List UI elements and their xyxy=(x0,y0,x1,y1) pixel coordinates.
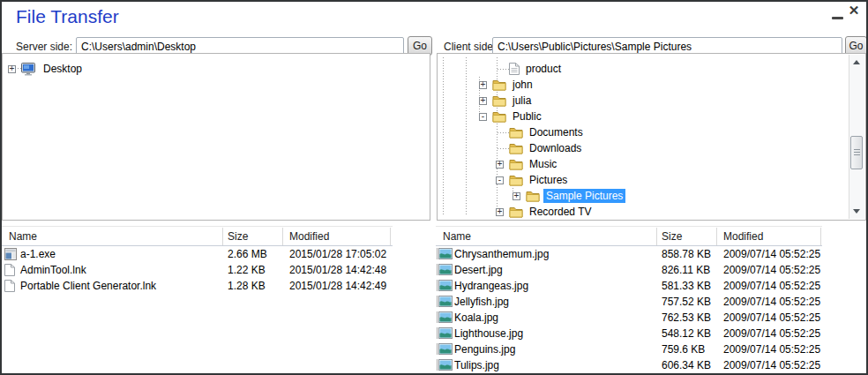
server-list-header: Name Size Modified xyxy=(2,226,393,246)
column-separator xyxy=(222,228,223,245)
file-row[interactable]: Lighthouse.jpg 548.12 KB 2009/07/14 05:5… xyxy=(436,326,866,341)
image-icon xyxy=(438,343,453,355)
file-name: Lighthouse.jpg xyxy=(454,327,523,340)
expander-icon[interactable]: + xyxy=(513,192,520,200)
tree-node-label[interactable]: product xyxy=(523,62,564,76)
expander-icon[interactable]: - xyxy=(496,176,504,184)
tree-node-music[interactable]: + Music xyxy=(438,156,865,172)
column-header-name[interactable]: Name xyxy=(9,230,37,243)
arrow-up-icon xyxy=(853,60,860,64)
file-row[interactable]: Chrysanthemum.jpg 858.78 KB 2009/07/14 0… xyxy=(436,246,866,262)
file-size: 2.66 MB xyxy=(228,248,267,260)
file-size: 858.78 KB xyxy=(662,248,711,260)
scrollbar-thumb[interactable] xyxy=(850,136,863,169)
tree-node-label[interactable]: john xyxy=(510,78,535,92)
column-header-modified[interactable]: Modified xyxy=(289,230,329,243)
file-modified: 2009/07/14 05:52:25 xyxy=(723,343,820,356)
close-button[interactable]: ✕ xyxy=(845,2,863,19)
expander-icon[interactable]: + xyxy=(479,81,487,89)
file-modified: 2009/07/14 05:52:25 xyxy=(723,280,820,292)
server-side-label: Server side: xyxy=(16,41,72,53)
file-size: 826.11 KB xyxy=(662,264,710,276)
tree-node-desktop[interactable]: + Desktop xyxy=(3,61,430,77)
tree-node-documents[interactable]: Documents xyxy=(438,124,865,140)
expander-icon[interactable]: + xyxy=(496,161,504,169)
tree-node-label[interactable]: Music xyxy=(527,157,559,171)
column-header-modified[interactable]: Modified xyxy=(723,230,763,243)
scroll-up-button[interactable] xyxy=(849,55,864,70)
column-separator xyxy=(282,228,283,245)
file-size: 762.53 KB xyxy=(662,311,711,324)
tree-node-sample-pictures[interactable]: + Sample Pictures xyxy=(438,188,865,204)
image-icon xyxy=(438,280,453,291)
file-row[interactable]: AdminTool.lnk 1.22 KB 2015/01/28 14:42:4… xyxy=(2,262,434,278)
column-header-name[interactable]: Name xyxy=(443,230,471,243)
file-row[interactable]: a-1.exe 2.66 MB 2015/01/28 17:05:02 xyxy=(2,246,434,262)
file-name: Desert.jpg xyxy=(454,264,503,276)
file-row[interactable]: Desert.jpg 826.11 KB 2009/07/14 05:52:25 xyxy=(436,262,866,278)
file-modified: 2015/01/28 17:05:02 xyxy=(289,248,386,260)
file-size: 548.12 KB xyxy=(662,327,711,340)
folder-icon xyxy=(526,191,540,202)
tree-node-public[interactable]: - Public xyxy=(438,109,865,124)
folder-icon xyxy=(509,143,523,154)
file-row[interactable]: Portable Client Generator.lnk 1.28 KB 20… xyxy=(2,278,434,294)
tree-node-label[interactable]: julia xyxy=(510,94,534,108)
column-separator xyxy=(716,228,717,245)
tree-node-label[interactable]: Recorded TV xyxy=(527,205,594,219)
expander-icon[interactable]: + xyxy=(496,208,504,216)
column-header-size[interactable]: Size xyxy=(662,230,682,243)
tree-node-label-selected[interactable]: Sample Pictures xyxy=(543,189,625,203)
image-icon xyxy=(438,359,453,371)
expander-icon[interactable]: + xyxy=(479,97,487,105)
folder-icon xyxy=(492,79,506,91)
file-modified: 2009/07/14 05:52:25 xyxy=(723,264,820,276)
scroll-down-button[interactable] xyxy=(849,204,864,219)
file-modified: 2015/01/28 14:42:48 xyxy=(289,264,386,276)
tree-node-julia[interactable]: + julia xyxy=(438,93,865,109)
document-icon xyxy=(509,63,520,75)
folder-icon xyxy=(509,206,523,218)
image-icon xyxy=(438,311,453,323)
expander-icon[interactable]: + xyxy=(8,65,16,73)
grip-icon xyxy=(854,149,860,157)
image-icon xyxy=(438,248,453,259)
client-list-header: Name Size Modified xyxy=(436,226,822,246)
file-row[interactable]: Koala.jpg 762.53 KB 2009/07/14 05:52:25 xyxy=(436,310,866,326)
client-file-list: Name Size Modified Chrysanthemum.jpg 858… xyxy=(436,226,866,373)
file-row[interactable]: Jellyfish.jpg 757.52 KB 2009/07/14 05:52… xyxy=(436,294,866,310)
minimize-button[interactable] xyxy=(830,9,845,21)
tree-node-label[interactable]: Pictures xyxy=(527,173,570,187)
tree-node-label[interactable]: Desktop xyxy=(41,62,85,76)
folder-icon xyxy=(492,111,506,123)
tree-node-product[interactable]: product xyxy=(438,61,865,77)
tree-node-pictures[interactable]: - Pictures xyxy=(438,172,865,188)
desktop-icon xyxy=(21,63,37,76)
expander-icon[interactable]: - xyxy=(479,113,487,121)
tree-node-john[interactable]: + john xyxy=(438,77,865,93)
client-side-label: Client side: xyxy=(444,41,496,53)
file-size: 759.6 KB xyxy=(662,343,705,356)
tree-node-recorded-tv[interactable]: + Recorded TV xyxy=(438,204,865,220)
file-icon xyxy=(4,280,15,292)
file-name: Jellyfish.jpg xyxy=(454,296,509,308)
file-transfer-window: File Transfer ✕ Server side: Go Client s… xyxy=(0,0,868,375)
tree-node-downloads[interactable]: Downloads xyxy=(438,140,865,156)
column-separator xyxy=(820,228,821,245)
tree-node-label[interactable]: Public xyxy=(510,109,544,124)
minimize-icon xyxy=(832,17,843,19)
file-name: Hydrangeas.jpg xyxy=(454,280,528,292)
file-row[interactable]: Penguins.jpg 759.6 KB 2009/07/14 05:52:2… xyxy=(436,341,866,357)
tree-node-label[interactable]: Downloads xyxy=(527,141,584,155)
column-separator xyxy=(390,228,391,245)
file-row[interactable]: Tulips.jpg 606.34 KB 2009/07/14 05:52:25 xyxy=(436,357,866,373)
file-modified: 2009/07/14 05:52:25 xyxy=(723,296,820,308)
tree-node-label[interactable]: Documents xyxy=(527,125,586,139)
file-row[interactable]: Hydrangeas.jpg 581.33 KB 2009/07/14 05:5… xyxy=(436,278,866,294)
column-header-size[interactable]: Size xyxy=(228,230,248,243)
file-size: 581.33 KB xyxy=(662,280,711,292)
file-icon xyxy=(4,264,15,276)
exe-icon xyxy=(4,248,17,260)
tree-scrollbar[interactable] xyxy=(849,55,864,219)
file-modified: 2009/07/14 05:52:25 xyxy=(723,359,820,371)
